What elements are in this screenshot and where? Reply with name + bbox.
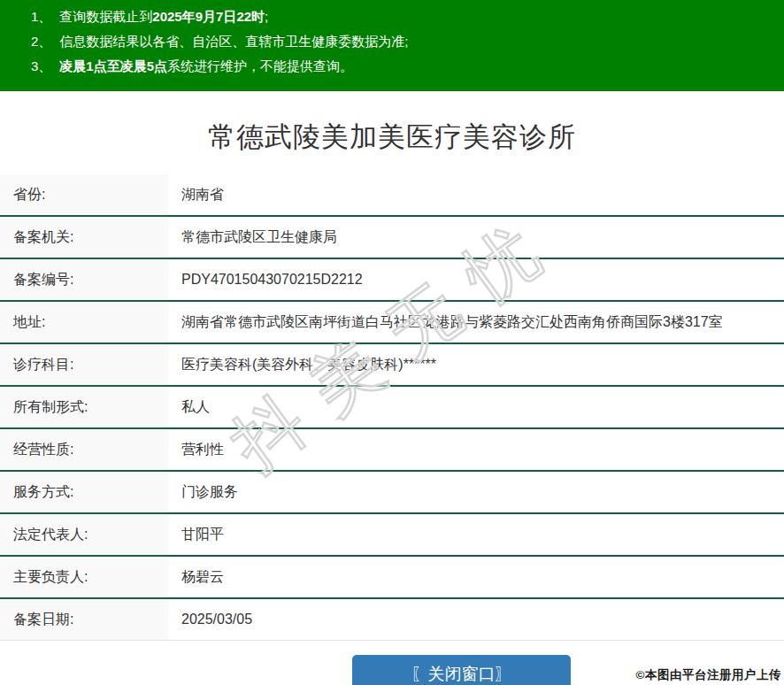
table-row-province: 省份: 湖南省 [0, 174, 784, 217]
row-value: 湖南省 [168, 174, 784, 215]
table-row-business-nature: 经营性质: 营利性 [0, 429, 784, 472]
notice-number: 1、 [31, 9, 51, 24]
row-value: 门诊服务 [168, 472, 784, 512]
row-value: 杨碧云 [168, 557, 784, 597]
notice-text: 查询数据截止到 [59, 9, 152, 24]
row-value: PDY47015043070215D2212 [168, 259, 784, 300]
row-label: 经营性质: [0, 429, 168, 470]
table-row-departments: 诊疗科目: 医疗美容科(美容外科、美容皮肤科)****** [0, 344, 784, 387]
table-row-legal-representative: 法定代表人: 甘阳平 [0, 514, 784, 557]
page-title: 常德武陵美加美医疗美容诊所 [0, 119, 784, 156]
notice-text: 信息数据结果以各省、自治区、直辖市卫生健康委数据为准; [59, 34, 408, 49]
notice-line-3: 3、凌晨1点至凌晨5点系统进行维护，不能提供查询。 [31, 54, 775, 79]
row-value: 2025/03/05 [168, 599, 784, 640]
table-row-address: 地址: 湖南省常德市武陵区南坪街道白马社区龙港路与紫菱路交汇处西南角侨商国际3楼… [0, 302, 784, 344]
row-label: 省份: [0, 174, 168, 215]
notice-banner: 1、查询数据截止到2025年9月7日22时; 2、信息数据结果以各省、自治区、直… [0, 0, 784, 91]
row-label: 备案机关: [0, 217, 168, 258]
notice-line-1: 1、查询数据截止到2025年9月7日22时; [31, 4, 775, 29]
notice-number: 2、 [31, 34, 51, 49]
record-table: 省份: 湖南省 备案机关: 常德市武陵区卫生健康局 备案编号: PDY47015… [0, 174, 784, 641]
notice-text-bold: 凌晨1点至凌晨5点 [59, 58, 167, 73]
row-value: 营利性 [168, 429, 784, 470]
row-value: 湖南省常德市武陵区南坪街道白马社区龙港路与紫菱路交汇处西南角侨商国际3楼317室 [168, 302, 784, 342]
row-label: 法定代表人: [0, 514, 168, 555]
table-row-ownership: 所有制形式: 私人 [0, 387, 784, 429]
notice-text-bold: 2025年9月7日22时 [152, 9, 265, 24]
notice-text: 系统进行维护，不能提供查询。 [167, 58, 353, 73]
row-label: 诊疗科目: [0, 344, 168, 385]
close-window-button[interactable]: 〖关闭窗口〗 [352, 655, 571, 685]
row-label: 备案日期: [0, 599, 168, 640]
row-label: 地址: [0, 302, 168, 342]
row-value: 甘阳平 [168, 514, 784, 555]
upload-credit-stamp: ©本图由平台注册用户上传 [636, 667, 781, 683]
row-label: 备案编号: [0, 259, 168, 300]
row-label: 服务方式: [0, 472, 168, 512]
table-row-filing-number: 备案编号: PDY47015043070215D2212 [0, 259, 784, 302]
row-label: 主要负责人: [0, 557, 168, 597]
table-row-filing-authority: 备案机关: 常德市武陵区卫生健康局 [0, 217, 784, 259]
table-row-principal: 主要负责人: 杨碧云 [0, 557, 784, 599]
row-label: 所有制形式: [0, 387, 168, 427]
row-value: 医疗美容科(美容外科、美容皮肤科)****** [168, 344, 784, 385]
record-page: 1、查询数据截止到2025年9月7日22时; 2、信息数据结果以各省、自治区、直… [0, 0, 784, 685]
notice-line-2: 2、信息数据结果以各省、自治区、直辖市卫生健康委数据为准; [31, 29, 775, 54]
table-row-filing-date: 备案日期: 2025/03/05 [0, 599, 784, 641]
table-row-service-mode: 服务方式: 门诊服务 [0, 472, 784, 514]
row-value: 常德市武陵区卫生健康局 [168, 217, 784, 258]
row-value: 私人 [168, 387, 784, 427]
notice-number: 3、 [31, 58, 51, 73]
notice-text: ; [265, 9, 268, 24]
